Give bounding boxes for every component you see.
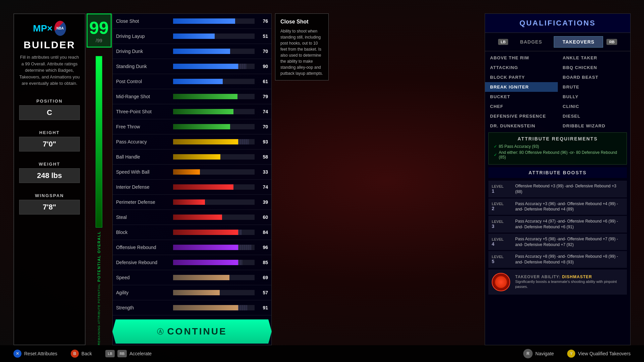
potential-bar: [96, 56, 102, 228]
navigate-label: Navigate: [535, 351, 554, 356]
attribute-row-driving-layup[interactable]: Driving Layup 51: [113, 29, 271, 44]
navigate-action[interactable]: R Navigate: [523, 349, 554, 358]
attr-value: 33: [258, 169, 268, 175]
takeover-right-bbq-chicken[interactable]: BBQ CHICKEN: [558, 63, 631, 72]
info-title: Close Shot: [280, 19, 323, 25]
attr-bar-container: [173, 230, 255, 235]
reset-action[interactable]: ✕ Reset Attributes: [13, 350, 57, 358]
takeover-left-above-the-rim[interactable]: ABOVE THE RIM: [485, 53, 558, 63]
attribute-row-close-shot[interactable]: Close Shot 76: [113, 14, 271, 29]
attr-name: Interior Defense: [116, 184, 170, 190]
attr-value: 70: [258, 49, 268, 54]
attr-bar-fill: [173, 49, 230, 54]
attr-bar-fill: [173, 94, 237, 99]
attr-bar-container: [173, 184, 255, 190]
attr-name: Block: [116, 230, 170, 235]
view-qualified-action[interactable]: Y View Qualified Takeovers: [567, 350, 631, 358]
wingspan-value: 7'8": [19, 200, 80, 215]
attr-bar-fill: [173, 64, 238, 69]
attr-value: 74: [258, 109, 268, 114]
attribute-row-pass-accuracy[interactable]: Pass Accuracy 93: [113, 134, 271, 149]
attr-value: 57: [258, 290, 268, 295]
takeover-right-brute[interactable]: BRUTE: [558, 82, 631, 92]
attribute-row-offensive-rebound[interactable]: Offensive Rebound 96: [113, 240, 271, 255]
takeover-icon-inner: [495, 276, 507, 288]
height-section: HEIGHT 7'0": [19, 130, 80, 157]
back-label: Back: [82, 351, 92, 356]
attr-name: Free Throw: [116, 124, 170, 129]
attribute-row-driving-dunk[interactable]: Driving Dunk 70: [113, 44, 271, 59]
r-stick-icon: R: [523, 349, 533, 358]
attribute-row-strength[interactable]: Strength 91: [113, 300, 271, 315]
accelerate-action[interactable]: LB RB Accelerate: [105, 350, 152, 357]
badges-tab[interactable]: BADGES: [512, 37, 550, 47]
attr-bar-fill: [173, 79, 223, 84]
rb-button[interactable]: RB: [606, 39, 617, 45]
attr-bar-dots: [238, 139, 249, 144]
attr-value: 93: [258, 139, 268, 144]
takeover-right-clinic[interactable]: CLINIC: [558, 102, 631, 111]
x-button-icon: ✕: [13, 350, 21, 358]
overall-panel: 99 /99 POTENTIAL OVERALL REMAINING ATTRI…: [86, 13, 112, 345]
attr-bar-fill: [173, 260, 238, 265]
continue-button[interactable]: Ⓐ CONTINUE: [112, 319, 272, 344]
takeover-right-bully[interactable]: BULLY: [558, 92, 631, 102]
attribute-row-steal[interactable]: Steal 60: [113, 210, 271, 225]
attr-reqs-title: ATTRIBUTE REQUIREMENTS: [494, 136, 622, 141]
attr-name: Offensive Rebound: [116, 245, 170, 250]
attribute-row-speed[interactable]: Speed 69: [113, 270, 271, 285]
attr-bar-container: [173, 64, 255, 69]
attribute-row-perimeter-defense[interactable]: Perimeter Defense 39: [113, 195, 271, 210]
info-desc: Ability to shoot when standing still, in…: [280, 28, 323, 76]
takeover-left-dr.-dunkenstein[interactable]: DR. DUNKENSTEIN: [485, 121, 558, 131]
attr-bar-container: [173, 139, 255, 144]
takeover-left-chef[interactable]: CHEF: [485, 102, 558, 111]
takeover-left-block-party[interactable]: BLOCK PARTY: [485, 72, 558, 82]
attribute-row-defensive-rebound[interactable]: Defensive Rebound 85: [113, 255, 271, 270]
nba-logo: NBA: [54, 21, 66, 36]
boost-level-label: LEVEL 3: [492, 220, 515, 229]
takeover-right-diesel[interactable]: DIESEL: [558, 111, 631, 121]
takeover-left-attacking[interactable]: ATTACKING: [485, 63, 558, 72]
boost-level-label: LEVEL 5: [492, 255, 515, 264]
attr-bar-fill: [173, 215, 222, 220]
attr-value: 61: [258, 79, 268, 84]
attr-bar-fill: [173, 139, 238, 144]
attr-name: Close Shot: [116, 18, 170, 24]
attribute-row-speed-with-ball[interactable]: Speed With Ball 33: [113, 165, 271, 180]
takeover-left-bucket[interactable]: BUCKET: [485, 92, 558, 102]
attr-requirements: ATTRIBUTE REQUIREMENTS ✓85 Pass Accuracy…: [488, 132, 627, 165]
attr-bar-fill: [173, 305, 238, 310]
attr-bar-dots: [238, 230, 241, 235]
req-text: And either: 80 Offensive Rebound (96) -o…: [499, 150, 622, 160]
back-action[interactable]: B Back: [71, 350, 92, 358]
boost-text: Pass Accuracy +5 (98) -and- Offensive Re…: [515, 236, 624, 248]
takeover-right-ankle-taker[interactable]: ANKLE TAKER: [558, 53, 631, 63]
takeovers-tab[interactable]: TAKEOVERS: [554, 36, 603, 48]
attr-bar-container: [173, 109, 255, 114]
height-value: 7'0": [19, 137, 80, 152]
attribute-row-ball-handle[interactable]: Ball Handle 58: [113, 149, 271, 165]
attribute-row-post-control[interactable]: Post Control 61: [113, 74, 271, 89]
takeover-right-board-beast[interactable]: BOARD BEAST: [558, 72, 631, 82]
attribute-row-three-point-shot[interactable]: Three-Point Shot 74: [113, 104, 271, 119]
check-icon: ✓: [494, 144, 497, 149]
attr-bar-container: [173, 305, 255, 310]
takeover-left-break-igniter[interactable]: BREAK IGNITER: [485, 82, 558, 92]
takeover-left-defensive-presence[interactable]: DEFENSIVE PRESENCE: [485, 111, 558, 121]
attr-bar-container: [173, 124, 255, 129]
attribute-row-free-throw[interactable]: Free Throw 70: [113, 119, 271, 134]
attribute-row-agility[interactable]: Agility 57: [113, 285, 271, 300]
attr-name: Post Control: [116, 79, 170, 84]
attr-bar-container: [173, 49, 255, 54]
lb-button[interactable]: LB: [498, 39, 508, 45]
attribute-row-interior-defense[interactable]: Interior Defense 74: [113, 180, 271, 195]
attribute-row-standing-dunk[interactable]: Standing Dunk 90: [113, 59, 271, 74]
attr-name: Three-Point Shot: [116, 109, 170, 114]
attr-bar-container: [173, 94, 255, 99]
attr-name: Mid-Range Shot: [116, 94, 170, 99]
attr-bar-container: [173, 275, 255, 280]
takeover-right-dribble-wizard[interactable]: DRIBBLE WIZARD: [558, 121, 631, 131]
attribute-row-mid-range-shot[interactable]: Mid-Range Shot 79: [113, 89, 271, 104]
attribute-row-block[interactable]: Block 84: [113, 225, 271, 240]
